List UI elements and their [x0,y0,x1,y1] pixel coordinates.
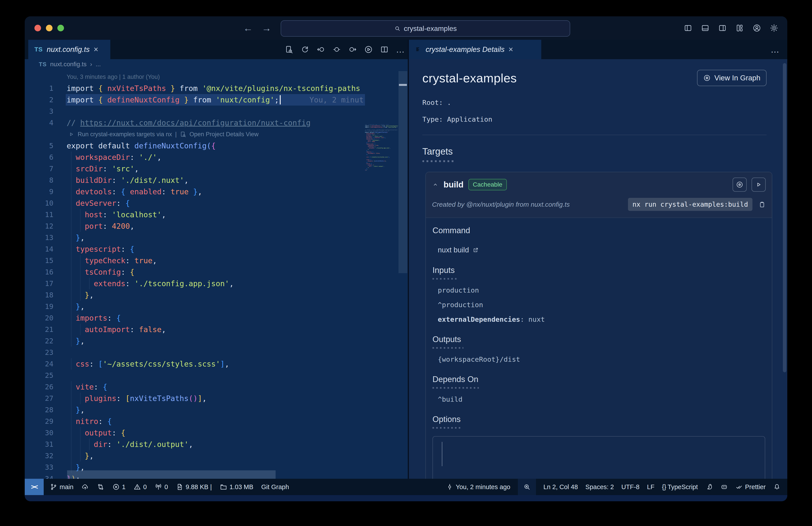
close-window-button[interactable] [34,25,41,31]
breadcrumb[interactable]: TS nuxt.config.ts › ... [25,59,408,69]
more-actions-button[interactable]: … [396,45,405,55]
copy-icon[interactable] [758,201,766,208]
code-line[interactable]: 22 }, [25,335,365,347]
layout-grid-icon[interactable] [735,24,744,32]
nav-back-icon[interactable] [316,45,325,54]
indentation-status-item[interactable]: Spaces: 2 [585,483,614,491]
panel-scrollbar[interactable] [783,63,786,372]
minimap[interactable]: You, 3 minutes ago | 1 author (You)impor… [365,124,398,217]
nav-forward-icon[interactable] [348,45,357,54]
forwarded-ports-status-item[interactable]: 0 [155,483,168,491]
close-tab-icon[interactable]: × [93,45,98,54]
code-line[interactable]: 3 [25,105,365,117]
prettier-status-item[interactable]: Prettier [736,483,766,491]
code-line[interactable]: 25 [25,370,365,381]
zoom-status-status-item[interactable] [518,479,536,495]
code-line[interactable]: 1import { nxViteTsPaths } from '@nx/vite… [25,83,365,94]
eol-status-item[interactable]: LF [647,483,654,491]
blame-status-status-item[interactable]: You, 2 minutes ago [446,483,510,491]
layout-sidebar-right-icon[interactable] [718,24,727,32]
file-size-status-item[interactable]: 9.88 KB | [176,483,212,491]
code-line[interactable]: 31 dir: './dist/.output', [25,439,365,450]
tab-project-details[interactable]: crystal-examples Details × [409,40,541,59]
remote-indicator[interactable]: >< [25,479,44,495]
run-target-button[interactable] [752,177,766,192]
minimize-window-button[interactable] [46,25,53,31]
git-branch-status-item[interactable]: main [50,483,73,491]
history-forward-button[interactable]: → [262,23,271,33]
layout-sidebar-left-icon[interactable] [684,24,692,32]
line-number: 13 [25,232,54,243]
view-target-button[interactable] [733,177,747,192]
code-line[interactable]: 32 }, [25,450,365,461]
collapse-chevron-icon[interactable] [432,181,439,188]
cursor-position-status-item[interactable]: Ln 2, Col 48 [543,483,578,491]
refresh-icon[interactable] [301,45,309,54]
code-line[interactable]: 27 plugins: [nxViteTsPaths()], [25,393,365,404]
file-search-icon[interactable] [285,45,293,54]
code-line[interactable]: 26 vite: { [25,381,365,393]
code-line[interactable]: 28 }, [25,404,365,416]
code-line[interactable]: 24 css: ['~/assets/css/styles.scss'], [25,358,365,370]
folder-size-status-item[interactable]: 1.03 MB [220,483,253,491]
code-line[interactable]: 23 [25,347,365,358]
code-line[interactable]: 29 nitro: { [25,416,365,427]
nav-dot-icon[interactable] [332,45,341,54]
account-icon[interactable] [752,24,761,32]
line-number: 20 [25,312,54,324]
code-line[interactable]: 6 workspaceDir: './', [25,152,365,163]
commit-icon [446,483,453,491]
line-number: 8 [25,174,54,186]
nuxt-config-docs-link[interactable]: https://nuxt.com/docs/api/configuration/… [80,118,310,127]
code-line[interactable]: 30 output: { [25,427,365,439]
external-link-icon[interactable] [473,247,479,253]
code-line[interactable]: 10 devServer: { [25,197,365,209]
codelens-run-link[interactable]: Run crystal-examples targets via nx [78,129,172,140]
codelens-open-details-link[interactable]: Open Project Details View [190,129,259,140]
history-back-button[interactable]: ← [243,23,253,33]
tab-nuxt-config[interactable]: TS nuxt.config.ts × [28,40,110,59]
code-line[interactable]: 12 port: 4200, [25,221,365,232]
language-mode-status-item[interactable]: { }TypeScript [662,483,698,491]
view-in-graph-button[interactable]: View In Graph [697,70,767,86]
notifications-status-item[interactable] [773,483,781,491]
copilot-status-item[interactable] [721,483,728,491]
code-line[interactable]: 4// https://nuxt.com/docs/api/configurat… [25,117,365,129]
code-line[interactable]: 20 imports: { [25,312,365,324]
code-line[interactable]: 5export default defineNuxtConfig({ [25,140,365,152]
code-line[interactable]: 9 devtools: { enabled: true }, [25,186,365,197]
git-graph-status-item[interactable]: Git Graph [261,483,289,491]
command-center-search[interactable]: crystal-examples [281,20,570,37]
code-line[interactable]: 7 srcDir: 'src', [25,163,365,174]
editor-horizontal-scrollbar[interactable] [67,470,276,479]
breadcrumb-file[interactable]: nuxt.config.ts [50,61,87,68]
problems-warnings-status-item[interactable]: 0 [133,483,147,491]
code-line[interactable]: 11 host: 'localhost', [25,209,365,221]
run-circle-icon[interactable] [364,45,373,54]
code-line[interactable]: 17 extends: './tsconfig.app.json', [25,278,365,289]
code-line[interactable]: 21 autoImport: false, [25,324,365,335]
git-compare-status-item[interactable] [97,483,104,491]
squirrel-extension-status-item[interactable] [706,483,713,491]
code-line[interactable]: 18 }, [25,289,365,301]
code-line[interactable]: 19 }, [25,301,365,312]
code-line[interactable]: 14 typescript: { [25,243,365,255]
options-json-editor[interactable]: { "cwd": "."} [433,436,765,479]
code-line[interactable]: 2import { defineNuxtConfig } from 'nuxt/… [25,94,365,105]
gear-icon[interactable] [770,24,779,32]
encoding-status-item[interactable]: UTF-8 [621,483,639,491]
split-editor-icon[interactable] [380,45,389,54]
editor-vertical-scrollbar[interactable] [398,69,408,479]
code-line[interactable]: 13 }, [25,232,365,243]
breadcrumb-more[interactable]: ... [96,61,101,68]
panel-more-actions-button[interactable]: … [770,40,779,59]
code-editor[interactable]: You, 3 minutes ago | 1 author (You)1impo… [25,69,408,479]
problems-errors-status-item[interactable]: 1 [112,483,126,491]
publish-changes-status-item[interactable] [82,483,89,491]
code-line[interactable]: 16 tsConfig: { [25,266,365,278]
code-line[interactable]: 8 buildDir: './dist/.nuxt', [25,174,365,186]
code-line[interactable]: 15 typeCheck: true, [25,255,365,266]
maximize-window-button[interactable] [57,25,64,31]
close-tab-icon[interactable]: × [509,45,513,54]
layout-panel-icon[interactable] [701,24,710,32]
